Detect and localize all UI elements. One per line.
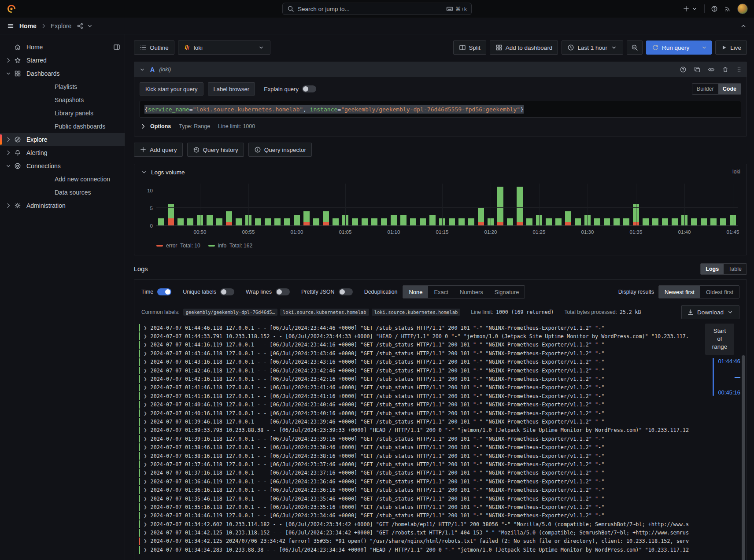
volume-bar[interactable] [565, 211, 571, 225]
log-row[interactable]: ❯ 2024-07-07 01:34:34.28310.233.88.38 - … [134, 545, 747, 554]
log-row[interactable]: ❯ 2024-07-07 01:36:46.119127.0.0.1 - - [… [134, 477, 747, 486]
sidebar-item-home[interactable]: Home [0, 41, 125, 54]
user-avatar[interactable] [737, 4, 748, 14]
display-option-oldest-first[interactable]: Oldest first [700, 286, 739, 298]
sidebar-item-snapshots[interactable]: Snapshots [0, 93, 125, 107]
log-row[interactable]: ❯ 2024-07-07 01:34:42.1252024/07/06 23:3… [134, 537, 747, 545]
view-option-table[interactable]: Table [724, 264, 747, 274]
menu-toggle-icon[interactable] [7, 22, 14, 29]
hide-query-icon[interactable] [708, 66, 715, 73]
volume-bar[interactable] [458, 218, 465, 225]
sidebar-item-playlists[interactable]: Playlists [0, 80, 125, 93]
volume-bar[interactable] [526, 218, 532, 225]
volume-bar[interactable] [187, 218, 193, 225]
toggle-time[interactable]: Time [141, 288, 171, 295]
help-button[interactable] [711, 5, 718, 12]
prettify-json-switch[interactable] [339, 288, 353, 295]
volume-bar[interactable] [207, 215, 213, 225]
run-query-button[interactable]: Run query [646, 41, 712, 55]
log-row[interactable]: ❯ 2024-07-07 01:41:16.118127.0.0.1 - - [… [134, 392, 747, 400]
log-row[interactable]: ❯ 2024-07-07 01:38:16.118127.0.0.1 - - [… [134, 452, 747, 460]
toggle-wrap-lines[interactable]: Wrap lines [246, 288, 290, 295]
legend-item-error[interactable]: error Total: 10 [156, 243, 200, 249]
logs-volume-header[interactable]: Logs volume [140, 169, 740, 176]
wrap-lines-switch[interactable] [276, 288, 290, 295]
volume-bar[interactable] [333, 218, 339, 225]
toggle-prettify-json[interactable]: Prettify JSON [301, 288, 353, 295]
volume-bar[interactable] [177, 218, 184, 225]
log-row[interactable]: ❯ 2024-07-07 01:34:46.119127.0.0.1 - - [… [134, 512, 747, 520]
breadcrumb-explore[interactable]: Explore [51, 22, 71, 29]
dedup-option-exact[interactable]: Exact [428, 286, 454, 298]
volume-bar[interactable] [158, 218, 164, 225]
query-expression-input[interactable]: {service_name="loki.source.kubernetes.ho… [140, 101, 741, 118]
log-row[interactable]: ❯ 2024-07-07 01:43:16.118127.0.0.1 - - [… [134, 358, 747, 366]
volume-bar[interactable] [604, 218, 610, 225]
log-row[interactable]: ❯ 2024-07-07 01:39:33.79310.233.88.38 - … [134, 426, 747, 435]
dedup-option-none[interactable]: None [403, 286, 428, 298]
volume-bar[interactable] [216, 218, 222, 225]
outline-button[interactable]: Outline [134, 41, 174, 55]
dock-sidebar-icon[interactable] [113, 44, 120, 51]
query-inspector-button[interactable]: Query inspector [248, 143, 312, 157]
log-row[interactable]: ❯ 2024-07-07 01:38:46.118127.0.0.1 - - [… [134, 443, 747, 451]
legend-item-info[interactable]: info Total: 162 [208, 243, 252, 249]
run-query-dropdown[interactable] [697, 41, 711, 54]
volume-bar[interactable] [623, 218, 629, 225]
volume-bar[interactable] [255, 218, 261, 225]
volume-bar[interactable] [323, 211, 329, 225]
remove-query-icon[interactable] [722, 66, 729, 73]
unique-labels-switch[interactable] [220, 288, 234, 295]
volume-bar[interactable] [662, 218, 668, 225]
add-to-dashboard-button[interactable]: Add to dashboard [490, 41, 558, 55]
log-row[interactable]: ❯ 2024-07-07 01:37:46.118127.0.0.1 - - [… [134, 460, 747, 468]
log-row[interactable]: ❯ 2024-07-07 01:36:16.118127.0.0.1 - - [… [134, 486, 747, 494]
volume-bar[interactable] [691, 218, 697, 225]
log-row[interactable]: ❯ 2024-07-07 01:42:46.118127.0.0.1 - - [… [134, 366, 747, 375]
log-row[interactable]: ❯ 2024-07-07 01:44:16.119127.0.0.1 - - [… [134, 341, 747, 349]
builder-option[interactable]: Builder [692, 84, 718, 94]
search-input[interactable]: Search or jump to... ⌘+k [282, 3, 472, 15]
log-row[interactable]: ❯ 2024-07-07 01:39:46.118127.0.0.1 - - [… [134, 417, 747, 426]
toggle-unique-labels[interactable]: Unique labels [183, 288, 234, 295]
collapse-chevron-up-icon[interactable] [740, 22, 747, 29]
sidebar-item-dashboards[interactable]: Dashboards [0, 67, 125, 80]
log-row[interactable]: ❯ 2024-07-07 01:34:42.60210.233.114.182 … [134, 520, 747, 528]
query-history-button[interactable]: Query history [187, 143, 244, 157]
grafana-logo-icon[interactable] [6, 4, 17, 14]
volume-bar[interactable] [420, 218, 426, 225]
new-menu-button[interactable] [683, 5, 698, 12]
volume-bar[interactable] [429, 215, 436, 225]
volume-bar[interactable] [478, 208, 484, 225]
volume-bar[interactable] [507, 218, 513, 225]
sidebar-item-connections[interactable]: Connections [0, 159, 125, 173]
dedup-option-numbers[interactable]: Numbers [454, 286, 489, 298]
sidebar-item-starred[interactable]: Starred [0, 54, 125, 67]
volume-bar[interactable] [371, 218, 377, 225]
volume-bar[interactable] [410, 218, 416, 225]
volume-bar[interactable] [594, 218, 600, 225]
volume-bar[interactable] [284, 218, 290, 225]
volume-bar[interactable] [381, 218, 387, 225]
code-option[interactable]: Code [718, 84, 741, 94]
log-row[interactable]: ❯ 2024-07-07 01:39:16.118127.0.0.1 - - [… [134, 435, 747, 443]
volume-bar[interactable] [614, 218, 620, 225]
log-row[interactable]: ❯ 2024-07-07 01:42:16.118127.0.0.1 - - [… [134, 375, 747, 383]
volume-bar[interactable] [701, 218, 707, 225]
volume-bar[interactable] [362, 218, 368, 225]
volume-bar[interactable] [555, 218, 562, 225]
scrollbar-thumb[interactable] [742, 355, 745, 560]
volume-bar[interactable] [274, 218, 281, 225]
view-option-logs[interactable]: Logs [701, 264, 724, 274]
drag-handle-icon[interactable] [736, 66, 742, 73]
volume-bar[interactable] [226, 211, 232, 225]
volume-bar[interactable] [497, 187, 503, 225]
time-range-picker[interactable]: Last 1 hour [562, 41, 623, 55]
log-row[interactable]: ❯ 2024-07-07 01:41:46.118127.0.0.1 - - [… [134, 383, 747, 392]
zoom-out-button[interactable] [627, 41, 643, 55]
download-button[interactable]: Download [681, 305, 739, 319]
sidebar-item-add-new-connection[interactable]: Add new connection [0, 173, 125, 186]
volume-bar[interactable] [352, 218, 358, 225]
split-button[interactable]: Split [453, 41, 486, 55]
volume-bar[interactable] [546, 218, 552, 225]
